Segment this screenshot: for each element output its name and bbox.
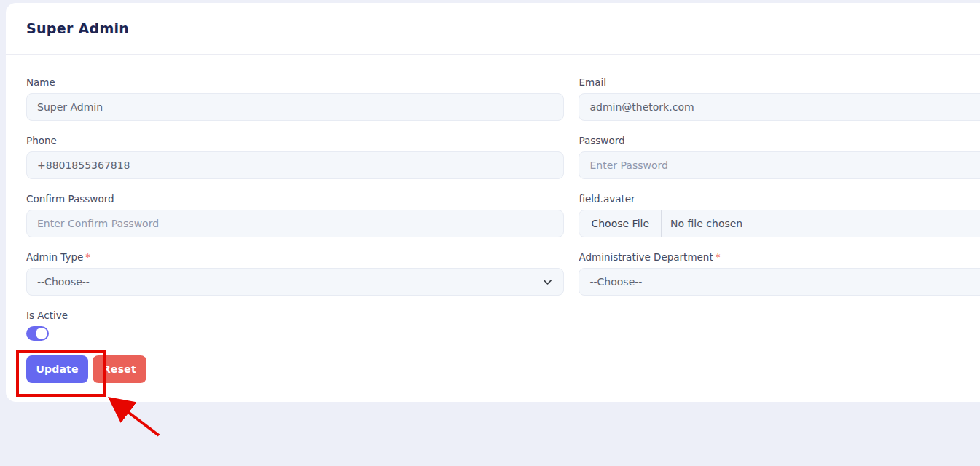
update-button[interactable]: Update <box>26 355 88 383</box>
form-column-right: Email Password field.avater Choose File … <box>579 76 980 383</box>
admin-type-select[interactable]: --Choose-- <box>26 268 564 296</box>
file-chosen-status: No file chosen <box>662 218 742 229</box>
card-header: Super Admin <box>6 3 980 55</box>
avatar-file-input[interactable]: Choose File No file chosen <box>579 210 980 237</box>
page-title: Super Admin <box>26 20 129 36</box>
confirm-password-label: Confirm Password <box>26 193 564 205</box>
required-asterisk: * <box>85 251 90 263</box>
choose-file-button[interactable]: Choose File <box>579 210 661 237</box>
admin-type-selected-value: --Choose-- <box>37 276 90 288</box>
toggle-knob <box>36 328 47 339</box>
phone-label: Phone <box>26 135 564 146</box>
super-admin-form: Name Phone Confirm Password Admin Type* … <box>6 55 980 383</box>
admin-type-label-text: Admin Type <box>26 251 83 263</box>
administrative-department-field-group: Administrative Department* --Choose-- <box>579 251 980 296</box>
confirm-password-input[interactable] <box>26 210 564 237</box>
administrative-department-selected-value: --Choose-- <box>589 276 642 288</box>
administrative-department-select[interactable]: --Choose-- <box>579 268 980 296</box>
chevron-down-icon <box>543 277 552 287</box>
confirm-password-field-group: Confirm Password <box>26 193 564 237</box>
required-asterisk: * <box>716 251 721 263</box>
email-field-group: Email <box>579 76 980 121</box>
admin-type-field-group: Admin Type* --Choose-- <box>26 251 564 296</box>
name-label: Name <box>26 76 564 88</box>
form-actions: Update Reset <box>26 355 564 383</box>
password-input[interactable] <box>579 151 980 179</box>
name-field-group: Name <box>26 76 564 121</box>
form-column-left: Name Phone Confirm Password Admin Type* … <box>26 76 564 383</box>
administrative-department-label: Administrative Department* <box>579 251 980 263</box>
name-input[interactable] <box>26 93 564 121</box>
super-admin-card: Super Admin Name Phone Confirm Password … <box>6 3 980 402</box>
is-active-label: Is Active <box>26 309 564 321</box>
reset-button[interactable]: Reset <box>93 355 146 383</box>
phone-input[interactable] <box>26 151 564 179</box>
password-label: Password <box>579 135 980 146</box>
admin-type-label: Admin Type* <box>26 251 564 263</box>
phone-field-group: Phone <box>26 135 564 179</box>
avatar-label: field.avater <box>579 193 980 205</box>
administrative-department-label-text: Administrative Department <box>579 251 713 263</box>
password-field-group: Password <box>579 135 980 179</box>
email-label: Email <box>579 76 980 88</box>
is-active-toggle[interactable] <box>26 326 49 341</box>
is-active-field-group: Is Active <box>26 309 564 341</box>
email-input[interactable] <box>579 93 980 121</box>
avatar-field-group: field.avater Choose File No file chosen <box>579 193 980 237</box>
